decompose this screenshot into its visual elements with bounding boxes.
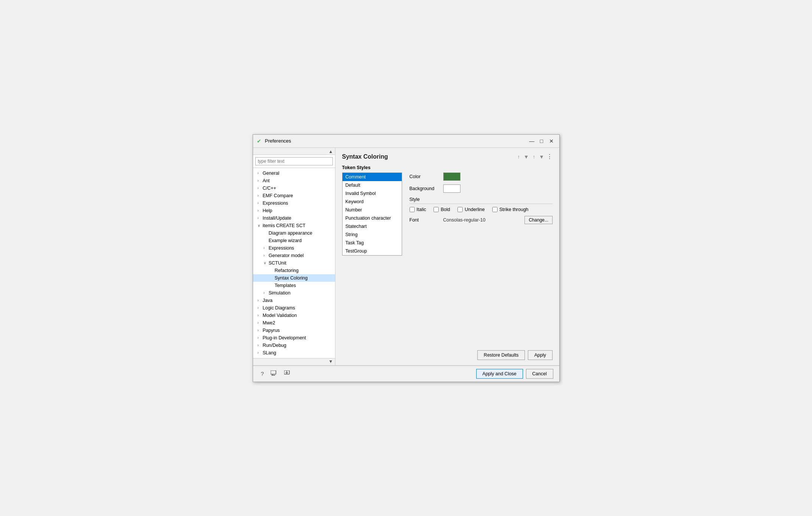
panel-action-row: Restore Defaults Apply [342, 346, 553, 360]
chevron-right-icon: › [258, 201, 261, 205]
apply-button[interactable]: Apply [528, 350, 552, 360]
token-item-number[interactable]: Number [343, 206, 402, 214]
sidebar-item-label: Example wizard [269, 238, 302, 243]
italic-checkbox[interactable] [410, 207, 415, 212]
sidebar-item-cpp[interactable]: › C/C++ [253, 184, 335, 192]
maximize-button[interactable]: □ [538, 137, 546, 145]
export-icon-button[interactable] [269, 370, 279, 378]
chevron-right-icon: › [258, 328, 261, 332]
sidebar-item-papyrus[interactable]: › Papyrus [253, 327, 335, 334]
bold-checkbox[interactable] [434, 207, 439, 212]
sidebar: ▲ › General › Ant › C/C++ [253, 148, 335, 365]
token-item-testgroup[interactable]: TestGroup [343, 247, 402, 255]
sidebar-item-label: Papyrus [263, 328, 280, 333]
panel-spacer [342, 256, 553, 346]
sidebar-item-label: Plug-in Development [263, 335, 306, 341]
sidebar-item-install[interactable]: › Install/Update [253, 214, 335, 222]
token-item-tasktag[interactable]: Task Tag [343, 239, 402, 247]
sidebar-item-itemis[interactable]: ∨ itemis CREATE SCT [253, 222, 335, 229]
sidebar-item-model[interactable]: › Model Validation [253, 312, 335, 319]
export-icon [271, 370, 277, 376]
nav-forward-dropdown-button[interactable]: ▼ [538, 153, 546, 161]
sidebar-item-label: Help [263, 208, 273, 213]
background-row: Background [410, 184, 553, 193]
chevron-right-icon: › [258, 178, 261, 183]
token-item-default[interactable]: Default [343, 181, 402, 189]
sidebar-item-mwe2[interactable]: › Mwe2 [253, 319, 335, 327]
apply-close-button[interactable]: Apply and Close [476, 369, 523, 379]
scroll-up-button[interactable]: ▲ [328, 149, 334, 155]
sidebar-item-generator[interactable]: › Generator model [253, 252, 335, 259]
preferences-window: ✔ Preferences — □ ✕ ▲ › General [253, 134, 560, 382]
chevron-right-icon: › [258, 298, 261, 302]
bold-label: Bold [441, 207, 450, 212]
sidebar-item-emf[interactable]: › EMF Compare [253, 192, 335, 199]
scroll-down-button[interactable]: ▼ [328, 358, 334, 364]
cancel-button[interactable]: Cancel [526, 369, 553, 379]
sidebar-item-diagram[interactable]: Diagram appearance [253, 229, 335, 237]
sidebar-scroll-up-area: ▲ [253, 148, 335, 155]
sidebar-item-help[interactable]: › Help [253, 207, 335, 214]
more-options-icon[interactable]: ⋮ [547, 153, 553, 160]
sidebar-item-general[interactable]: › General [253, 170, 335, 177]
sidebar-item-label: Simulation [269, 290, 291, 296]
token-panel: Comment Default Invalid Symbol Keyword N… [342, 172, 553, 256]
close-button[interactable]: ✕ [547, 137, 556, 145]
strikethrough-option[interactable]: Strike through [492, 207, 529, 212]
sidebar-item-sctunit[interactable]: ∨ SCTUnit [253, 259, 335, 267]
app-icon: ✔ [257, 138, 263, 144]
nav-back-dropdown-button[interactable]: ▼ [522, 153, 530, 161]
style-section: Style Italic Bold [410, 196, 553, 212]
chevron-right-icon: › [264, 291, 267, 295]
sidebar-item-example[interactable]: Example wizard [253, 237, 335, 244]
help-icon-button[interactable]: ? [259, 370, 266, 378]
right-panel: Syntax Coloring ↑ ▼ ↑ ▼ ⋮ Token Styles C… [335, 148, 559, 365]
chevron-right-icon: › [258, 216, 261, 220]
italic-option[interactable]: Italic [410, 207, 426, 212]
sidebar-item-refactoring[interactable]: Refactoring [253, 267, 335, 274]
background-picker[interactable] [443, 184, 460, 193]
restore-defaults-button[interactable]: Restore Defaults [477, 350, 525, 360]
sidebar-item-syntax-coloring[interactable]: Syntax Coloring [253, 274, 335, 282]
token-list: Comment Default Invalid Symbol Keyword N… [342, 172, 402, 256]
underline-checkbox[interactable] [457, 207, 463, 212]
sidebar-item-templates[interactable]: Templates [253, 282, 335, 289]
import-icon-button[interactable] [282, 370, 293, 378]
strikethrough-checkbox[interactable] [492, 207, 498, 212]
footer: ? Apply and Close [253, 365, 559, 382]
chevron-right-icon: › [264, 246, 267, 250]
sidebar-item-label: Generator model [269, 253, 304, 258]
sidebar-item-rundebug[interactable]: › Run/Debug [253, 342, 335, 349]
sidebar-item-simulation[interactable]: › Simulation [253, 289, 335, 297]
tree-area: › General › Ant › C/C++ › EMF Compare [253, 168, 335, 358]
sidebar-item-label: Ant [263, 178, 270, 183]
chevron-right-icon: › [258, 171, 261, 175]
style-checkboxes: Italic Bold Underline [410, 207, 553, 212]
sidebar-item-java[interactable]: › Java [253, 297, 335, 304]
nav-forward-button[interactable]: ↑ [531, 153, 537, 161]
token-item-string[interactable]: String [343, 230, 402, 239]
sidebar-item-expressions[interactable]: › Expressions [253, 199, 335, 207]
token-item-statechart[interactable]: Statechart [343, 222, 402, 230]
chevron-right-icon: › [264, 253, 267, 257]
sidebar-item-plugin[interactable]: › Plug-in Development [253, 334, 335, 342]
sidebar-item-slang[interactable]: › SLang [253, 349, 335, 357]
change-font-button[interactable]: Change... [524, 216, 552, 224]
nav-back-button[interactable]: ↑ [516, 153, 521, 161]
token-item-invalid[interactable]: Invalid Symbol [343, 189, 402, 198]
token-settings: Color Background Style [410, 172, 553, 256]
sidebar-item-logic[interactable]: › Logic Diagrams [253, 304, 335, 312]
sidebar-item-ant[interactable]: › Ant [253, 177, 335, 184]
token-item-punctuation[interactable]: Punctuation character [343, 214, 402, 222]
sidebar-item-expr2[interactable]: › Expressions [253, 244, 335, 252]
color-picker[interactable] [443, 172, 460, 181]
bold-option[interactable]: Bold [434, 207, 450, 212]
underline-option[interactable]: Underline [457, 207, 485, 212]
chevron-down-icon: ∨ [264, 261, 267, 265]
token-item-comment[interactable]: Comment [343, 173, 402, 181]
minimize-button[interactable]: — [528, 137, 536, 145]
background-label: Background [410, 186, 440, 191]
search-input[interactable] [255, 157, 333, 165]
sidebar-item-label: itemis CREATE SCT [263, 223, 305, 228]
token-item-keyword[interactable]: Keyword [343, 198, 402, 206]
